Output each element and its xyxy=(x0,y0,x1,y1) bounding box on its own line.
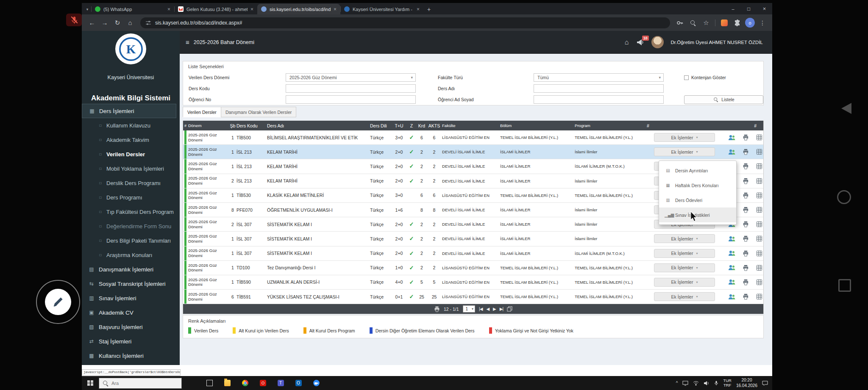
table-row[interactable]: 2025-2026 Güz Dönemi 1 TİB590 UZMANLIK A… xyxy=(183,275,763,290)
ek-islemler-button[interactable]: Ek İşlemler xyxy=(654,263,715,272)
user-avatar[interactable] xyxy=(651,36,664,48)
sidebar-item[interactable]: □ Ders Programı xyxy=(82,190,180,205)
course-code-input[interactable] xyxy=(286,84,416,93)
taskbar-search-box[interactable] xyxy=(99,378,182,389)
tab-danismani-olarak-verilen-dersler[interactable]: Danışmanı Olarak Verilen Dersler xyxy=(221,107,296,117)
sidebar-item[interactable]: ▦ Ders İşlemleri xyxy=(82,104,176,118)
print-icon[interactable] xyxy=(742,163,749,170)
ek-islemler-button[interactable]: Ek İşlemler xyxy=(654,147,715,156)
tab-close-icon[interactable] xyxy=(334,6,337,12)
android-back-button[interactable] xyxy=(841,103,851,114)
attendance-people-icon[interactable] xyxy=(728,235,736,242)
kontenjan-checkbox[interactable] xyxy=(684,75,689,80)
sidebar-item[interactable]: ⇄ Staj İşlemleri xyxy=(82,334,180,349)
table-row[interactable]: 2025-2026 Güz Dönemi 6 TİB591 YÜKSEK LİS… xyxy=(183,290,763,304)
forward-icon[interactable] xyxy=(99,17,111,29)
sidebar-item[interactable]: □ Araştırma Konuları xyxy=(82,248,180,262)
print-icon[interactable] xyxy=(742,192,749,199)
home-icon[interactable] xyxy=(124,17,136,29)
sidebar-item[interactable]: □ Tıp Fakültesi Ders Program xyxy=(82,205,180,219)
extensions-puzzle-icon[interactable] xyxy=(732,17,743,28)
sidebar-item[interactable]: □ Verilen Dersler xyxy=(82,147,180,161)
print-icon[interactable] xyxy=(742,293,749,300)
sidebar-item[interactable]: ⇆ Sosyal Transkript İşlemleri xyxy=(82,277,180,291)
ek-islemler-button[interactable]: Ek İşlemler xyxy=(654,292,715,301)
term-select[interactable]: 2025-2026 Güz Dönemi xyxy=(286,73,416,82)
teams-taskbar-icon[interactable] xyxy=(272,376,289,390)
listele-search-button[interactable]: Listele xyxy=(684,95,763,104)
report-icon[interactable] xyxy=(755,192,763,199)
context-menu-item[interactable]: ▁▄▆ Sınav İstatistikleri xyxy=(659,207,736,222)
window-maximize-button[interactable] xyxy=(741,3,757,14)
attendance-people-icon[interactable] xyxy=(728,293,736,300)
sidebar-item[interactable]: ▤ Danışmanlık İşlemleri xyxy=(82,262,180,277)
export-copy-icon[interactable] xyxy=(507,306,512,312)
address-bar[interactable]: sis.kayseri.edu.tr/oibs/acd/index.aspx# xyxy=(140,17,670,28)
print-icon[interactable] xyxy=(742,264,749,271)
report-icon[interactable] xyxy=(755,293,763,300)
sidebar-item[interactable]: ▣ Akademik CV xyxy=(82,305,180,320)
report-icon[interactable] xyxy=(755,221,763,228)
taskbar-clock[interactable]: 20:20 16.04.2026 xyxy=(736,378,757,388)
hamburger-menu-icon[interactable] xyxy=(186,39,189,46)
sidebar-item[interactable]: □ Mobil Yoklama İşlemleri xyxy=(82,161,180,176)
browser-tab[interactable]: Gelen Kutusu (3.248) - ahmetn... xyxy=(174,4,257,14)
print-icon[interactable] xyxy=(742,221,749,228)
file-explorer-taskbar-icon[interactable] xyxy=(218,376,236,390)
student-name-input[interactable] xyxy=(534,95,664,104)
sidebar-item[interactable]: ▩ Kullanıcı İşlemleri xyxy=(82,349,180,363)
print-icon[interactable] xyxy=(742,177,749,184)
password-key-icon[interactable] xyxy=(674,17,685,28)
user-name[interactable]: Dr.Öğretim Üyesi AHMET NUSRET ÖZDİL xyxy=(671,40,763,45)
sidebar-item[interactable]: □ Ders Bilgi Paketi Tanımları xyxy=(82,233,180,248)
attendance-people-icon[interactable] xyxy=(728,134,736,141)
context-menu-item[interactable]: ▦ Haftalık Ders Konuları xyxy=(659,178,736,193)
tab-close-icon[interactable] xyxy=(167,6,170,12)
action-center-icon[interactable] xyxy=(762,381,768,386)
next-page-icon[interactable] xyxy=(493,307,496,311)
chrome-taskbar-icon[interactable] xyxy=(236,376,254,390)
zoom-taskbar-icon[interactable] xyxy=(307,376,325,390)
prev-page-icon[interactable] xyxy=(486,307,489,311)
android-recents-button[interactable] xyxy=(838,279,851,292)
volume-tray-icon[interactable] xyxy=(704,381,709,386)
report-icon[interactable] xyxy=(755,235,763,242)
back-icon[interactable] xyxy=(86,17,98,29)
browser-menu-kebab-icon[interactable] xyxy=(757,17,768,28)
sidebar-item[interactable]: □ Kullanım Kılavuzu xyxy=(82,118,180,133)
window-minimize-button[interactable] xyxy=(725,3,741,14)
mic-tray-icon[interactable] xyxy=(714,381,718,386)
android-home-button[interactable] xyxy=(837,190,851,204)
report-icon[interactable] xyxy=(755,250,763,257)
sidebar-item[interactable]: □ Değerlendirme Form Sonu xyxy=(82,219,180,233)
acrobat-taskbar-icon[interactable] xyxy=(254,376,272,390)
browser-profile-avatar[interactable]: o xyxy=(745,18,755,28)
student-no-input[interactable] xyxy=(286,95,416,104)
app-home-icon[interactable] xyxy=(625,39,629,46)
print-icon[interactable] xyxy=(742,279,749,285)
recording-mic-muted-indicator[interactable] xyxy=(66,14,82,26)
task-view-taskbar-icon[interactable] xyxy=(200,376,218,390)
outlook-taskbar-icon[interactable] xyxy=(289,376,307,390)
ek-islemler-button[interactable]: Ek İşlemler xyxy=(654,249,715,258)
report-icon[interactable] xyxy=(755,134,763,141)
site-info-icon[interactable] xyxy=(145,20,151,26)
start-button[interactable] xyxy=(82,376,99,390)
tab-close-icon[interactable] xyxy=(417,6,420,12)
table-row[interactable]: 2025-2026 Güz Dönemi 1 TD100 Tez Danışma… xyxy=(183,261,763,275)
window-close-button[interactable] xyxy=(757,3,772,14)
attendance-people-icon[interactable] xyxy=(728,279,736,285)
annotation-pencil-button[interactable] xyxy=(36,280,80,324)
report-icon[interactable] xyxy=(755,207,763,213)
sidebar-item[interactable]: □ Derslik Ders Programı xyxy=(82,176,180,190)
table-row[interactable]: 2025-2026 Güz Dönemi 1 İSL 213 KELAM TAR… xyxy=(183,145,763,159)
display-tray-icon[interactable] xyxy=(682,381,688,386)
ek-islemler-button[interactable]: Ek İşlemler xyxy=(654,278,715,287)
wifi-tray-icon[interactable] xyxy=(693,381,699,386)
attendance-people-icon[interactable] xyxy=(728,264,736,271)
taskbar-search-input[interactable] xyxy=(111,381,167,386)
report-icon[interactable] xyxy=(755,177,763,184)
ek-islemler-button[interactable]: Ek İşlemler xyxy=(654,133,715,142)
report-icon[interactable] xyxy=(755,163,763,170)
sidebar-item[interactable]: ▧ Başvuru İşlemleri xyxy=(82,320,180,334)
